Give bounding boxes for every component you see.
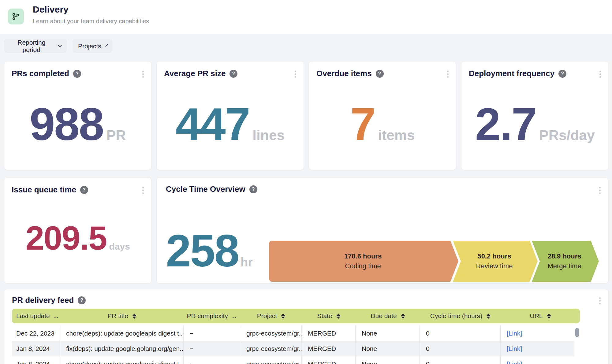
help-icon[interactable]: ?: [73, 70, 81, 78]
sort-dots-icon: ..: [54, 312, 59, 320]
table-cell: MERGED: [302, 341, 356, 356]
delivery-dashboard: Delivery Learn about your team delivery …: [0, 0, 612, 364]
column-header-due-date[interactable]: Due date: [356, 309, 420, 323]
column-header-cycle-time-hours-[interactable]: Cycle time (hours): [420, 309, 501, 323]
table-cell: Dec 22, 2023: [12, 326, 60, 341]
table-cell: grpc-ecosystem/gr...: [240, 341, 302, 356]
projects-dropdown[interactable]: Projects: [73, 39, 112, 53]
help-icon[interactable]: ?: [78, 296, 86, 304]
kebab-menu-icon[interactable]: [599, 297, 601, 305]
column-header-project[interactable]: Project: [240, 309, 302, 323]
help-icon[interactable]: ?: [558, 70, 566, 78]
help-icon[interactable]: ?: [249, 185, 257, 193]
pr-link[interactable]: [Link]: [501, 356, 580, 364]
segment-hours: 50.2 hours: [476, 252, 513, 260]
column-label: State: [317, 312, 332, 320]
kebab-menu-icon[interactable]: [599, 186, 601, 195]
segment-label: Coding time: [344, 262, 382, 270]
table-cell: MERGED: [302, 326, 356, 341]
table-cell: chore(deps): update googleapis digest t.…: [60, 326, 184, 341]
column-header-last-update[interactable]: Last update..: [12, 309, 60, 323]
kpi-card-deployment-frequency: Deployment frequency ? 2.7PRs/day: [461, 61, 609, 170]
kpi-card-overdue-items: Overdue items ? 7items: [309, 61, 456, 170]
sort-icon: [487, 314, 490, 319]
pr-delivery-feed-card: PR delivery feed ? Last update..PR title…: [4, 289, 608, 364]
issue-queue-time-card: Issue queue time ? 209.5days: [4, 177, 151, 284]
help-icon[interactable]: ?: [80, 186, 88, 194]
kpi-unit: items: [378, 127, 415, 143]
table-cell: 0: [420, 356, 501, 364]
kebab-menu-icon[interactable]: [446, 70, 449, 78]
table-scrollbar-thumb[interactable]: [575, 328, 579, 337]
table-cell: fix(deps): update google.golang.org/gen.…: [60, 341, 184, 356]
segment-label: Review time: [476, 262, 513, 270]
page-subtitle: Learn about your team delivery capabilit…: [33, 18, 149, 25]
kpi-value: 2.7: [475, 98, 536, 150]
card-title: Cycle Time Overview: [166, 184, 245, 194]
sort-dots-icon: ..: [232, 312, 237, 320]
table-cell: None: [356, 341, 420, 356]
card-title: Overdue items: [316, 69, 372, 78]
column-label: Last update: [16, 312, 50, 320]
table-cell: MERGED: [302, 356, 356, 364]
issue-queue-unit: days: [109, 241, 130, 251]
help-icon[interactable]: ?: [376, 70, 384, 78]
segment-hours: 28.9 hours: [547, 252, 581, 260]
kebab-menu-icon[interactable]: [142, 70, 144, 78]
kpi-value: 988: [29, 98, 103, 150]
column-header-state[interactable]: State: [302, 309, 356, 323]
cycle-segment-merge-time: 28.9 hoursMerge time: [532, 241, 599, 282]
card-title: Issue queue time: [12, 185, 76, 195]
kebab-menu-icon[interactable]: [599, 70, 602, 78]
cycle-time-unit: hr: [241, 255, 253, 269]
pr-link[interactable]: [Link]: [501, 326, 580, 341]
sort-icon: [401, 314, 405, 319]
issue-queue-value: 209.5: [25, 219, 106, 257]
table-cell: chore(deps): update googleapis digest t.…: [60, 356, 184, 364]
help-icon[interactable]: ?: [230, 70, 237, 78]
reporting-period-label: Reporting period: [9, 39, 54, 54]
table-cell: −: [184, 326, 240, 341]
sort-icon: [281, 314, 285, 319]
pr-delivery-feed-table: Last update..PR titlePR complexity..Proj…: [12, 309, 580, 364]
table-cell: −: [184, 356, 240, 364]
cycle-segment-coding-time: 178.6 hoursCoding time: [269, 241, 458, 282]
sort-icon: [337, 314, 340, 319]
table-header-spacer: [12, 323, 580, 326]
card-title: PRs completed: [12, 69, 69, 78]
cycle-time-value: 258: [166, 225, 239, 276]
top-bar: Delivery Learn about your team delivery …: [0, 0, 612, 34]
table-cell: None: [356, 356, 420, 364]
card-title: Average PR size: [164, 69, 226, 78]
table-cell: None: [356, 326, 420, 341]
table-cell: grpc-ecosystem/gr...: [240, 326, 302, 341]
kpi-value: 7: [350, 98, 375, 150]
table-cell: grpc-ecosystem/gr...: [240, 356, 302, 364]
projects-label: Projects: [78, 43, 101, 50]
table-cell: 0: [420, 341, 501, 356]
table-scrollbar-track: [574, 324, 580, 364]
kebab-menu-icon[interactable]: [294, 70, 297, 78]
page-title: Delivery: [33, 4, 69, 15]
card-title: PR delivery feed: [12, 295, 74, 305]
chevron-down-icon: [105, 44, 108, 46]
cycle-time-overview-card: Cycle Time Overview ? 258hr 178.6 hoursC…: [156, 177, 608, 284]
table-cell: Jan 8, 2024: [12, 341, 60, 356]
chevron-down-icon: [58, 43, 62, 47]
pr-link[interactable]: [Link]: [501, 341, 580, 356]
kpi-card-average-pr-size: Average PR size ? 447lines: [156, 61, 304, 170]
column-label: Due date: [371, 312, 397, 320]
table-cell: −: [184, 341, 240, 356]
column-header-pr-title[interactable]: PR title: [60, 309, 184, 323]
column-header-pr-complexity[interactable]: PR complexity..: [184, 309, 240, 323]
segment-label: Merge time: [547, 262, 581, 270]
table-cell: Jan 8, 2024: [12, 356, 60, 364]
column-label: URL: [530, 312, 543, 320]
column-header-url[interactable]: URL: [501, 309, 580, 323]
column-label: PR complexity: [187, 312, 228, 320]
cycle-segment-review-time: 50.2 hoursReview time: [453, 241, 538, 282]
kebab-menu-icon[interactable]: [142, 186, 144, 195]
reporting-period-dropdown[interactable]: Reporting period: [4, 39, 67, 53]
kpi-unit: PRs/day: [539, 127, 595, 143]
kpi-card-prs-completed: PRs completed ? 988PR: [4, 61, 151, 170]
